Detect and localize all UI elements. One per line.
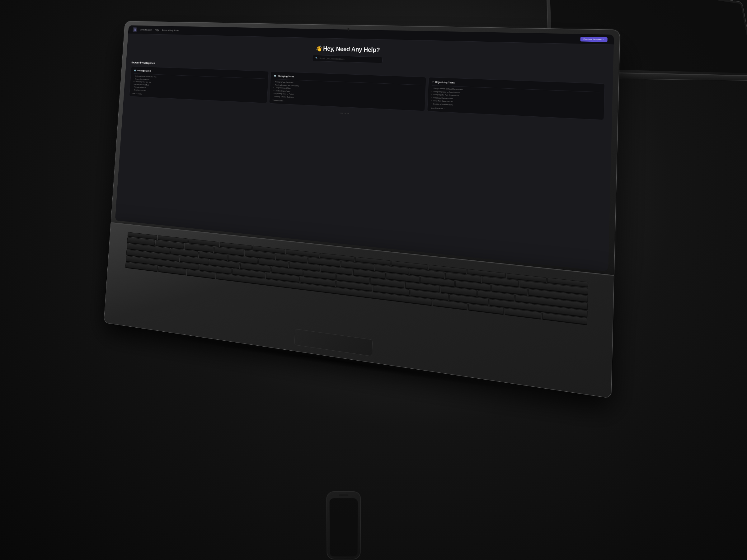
managing-tasks-title: Managing Tasks: [278, 75, 294, 78]
category-card-managing-tasks: 🛡️ Managing Tasks ▪Managing Task Reminde…: [269, 71, 427, 111]
purchase-cta-label: Purchase Template →: [584, 38, 604, 41]
getting-started-icon: ⚙️: [134, 70, 136, 72]
nav-browse-articles[interactable]: Browse All Help Articles: [162, 29, 179, 32]
svg-rect-2: [134, 30, 135, 30]
hero-emoji: 👋: [316, 46, 322, 52]
nav-faqs[interactable]: FAQs: [155, 29, 159, 31]
organizing-tasks-icon: ▽: [432, 81, 434, 83]
category-card-getting-started: ⚙️ Getting Started ▪Keyboard Shortcuts a…: [129, 66, 269, 103]
search-bar[interactable]: 🔍 Search Our Knowledge Base...: [312, 55, 383, 63]
getting-started-title: Getting Started: [137, 69, 151, 72]
svg-rect-3: [135, 30, 136, 30]
categories-grid: ⚙️ Getting Started ▪Keyboard Shortcuts a…: [129, 66, 605, 120]
navbar-logo[interactable]: [133, 27, 137, 32]
navbar-links: Contact Support FAQs Browse All Help Art…: [140, 29, 179, 31]
organizing-tasks-title: Organizing Tasks: [435, 81, 455, 84]
search-icon: 🔍: [315, 57, 318, 59]
category-card-organizing-tasks: ▽ Organizing Tasks ▪Using Contexts for T…: [427, 77, 605, 120]
search-placeholder-text: Search Our Knowledge Base...: [319, 57, 345, 60]
purchase-cta-button[interactable]: Purchase Template →: [581, 36, 608, 42]
svg-rect-1: [135, 28, 136, 29]
svg-rect-0: [134, 28, 135, 29]
nav-contact-support[interactable]: Contact Support: [140, 29, 152, 31]
iphone-device: [326, 491, 361, 559]
managing-tasks-icon: 🛡️: [274, 75, 276, 77]
hero-title-text: Hey, Need Any Help?: [323, 45, 380, 54]
